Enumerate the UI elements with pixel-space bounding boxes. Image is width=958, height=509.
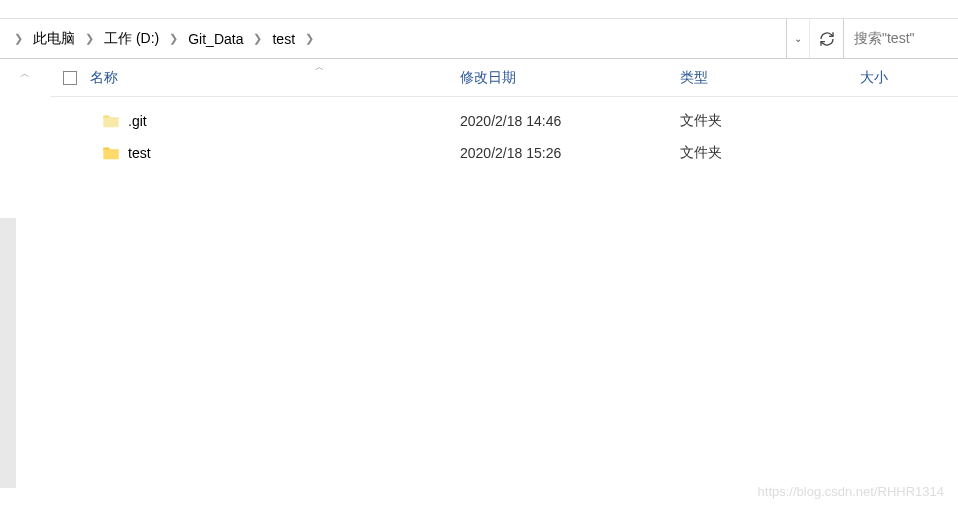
file-type: 文件夹 xyxy=(680,144,860,162)
refresh-icon xyxy=(819,31,835,47)
chevron-down-icon: ⌄ xyxy=(794,33,802,44)
file-name-cell[interactable]: test xyxy=(90,145,460,161)
file-name-cell[interactable]: .git xyxy=(90,113,460,129)
watermark: https://blog.csdn.net/RHHR1314 xyxy=(758,484,944,499)
chevron-right-icon[interactable]: ❯ xyxy=(247,32,268,45)
column-label: 类型 xyxy=(680,69,708,85)
file-row[interactable]: test2020/2/18 15:26文件夹 xyxy=(50,137,958,169)
chevron-right-icon[interactable]: ❯ xyxy=(8,32,29,45)
nav-scrollbar[interactable] xyxy=(0,218,16,488)
breadcrumb-item[interactable]: 此电脑 xyxy=(29,28,79,50)
file-date: 2020/2/18 14:46 xyxy=(460,113,680,129)
breadcrumb[interactable]: ❯ 此电脑 ❯ 工作 (D:) ❯ Git_Data ❯ test ❯ xyxy=(0,19,786,58)
chevron-right-icon[interactable]: ❯ xyxy=(299,32,320,45)
column-header-name[interactable]: 名称 xyxy=(90,69,460,87)
folder-icon xyxy=(102,114,120,128)
chevron-right-icon[interactable]: ❯ xyxy=(79,32,100,45)
file-list: .git2020/2/18 14:46文件夹test2020/2/18 15:2… xyxy=(50,97,958,169)
address-controls: ⌄ xyxy=(786,19,843,58)
breadcrumb-item[interactable]: 工作 (D:) xyxy=(100,28,163,50)
content-area: ︿ 名称 ︿ 修改日期 类型 大小 .git2020/2/18 14:46文件夹… xyxy=(0,59,958,508)
file-name: .git xyxy=(128,113,147,129)
nav-panel: ︿ xyxy=(0,59,50,508)
file-row[interactable]: .git2020/2/18 14:46文件夹 xyxy=(50,105,958,137)
file-type: 文件夹 xyxy=(680,112,860,130)
sort-indicator-icon: ︿ xyxy=(315,61,324,74)
file-name: test xyxy=(128,145,151,161)
history-dropdown-button[interactable]: ⌄ xyxy=(787,19,809,58)
file-date: 2020/2/18 15:26 xyxy=(460,145,680,161)
column-header-size[interactable]: 大小 xyxy=(860,69,940,87)
search-placeholder: 搜索"test" xyxy=(854,30,915,48)
breadcrumb-item[interactable]: Git_Data xyxy=(184,29,247,49)
search-input[interactable]: 搜索"test" xyxy=(843,19,958,58)
breadcrumb-item[interactable]: test xyxy=(268,29,299,49)
column-header-date[interactable]: 修改日期 xyxy=(460,69,680,87)
chevron-right-icon[interactable]: ❯ xyxy=(163,32,184,45)
folder-icon xyxy=(102,146,120,160)
file-list-panel: 名称 ︿ 修改日期 类型 大小 .git2020/2/18 14:46文件夹te… xyxy=(50,59,958,508)
ribbon-remnant xyxy=(0,0,958,18)
column-label: 名称 xyxy=(90,69,118,87)
column-label: 修改日期 xyxy=(460,69,516,85)
nav-scroll-up[interactable]: ︿ xyxy=(0,59,50,89)
select-all-col[interactable] xyxy=(50,71,90,85)
chevron-up-icon: ︿ xyxy=(20,67,30,81)
column-headers: 名称 ︿ 修改日期 类型 大小 xyxy=(50,59,958,97)
refresh-button[interactable] xyxy=(809,19,843,58)
address-bar: ❯ 此电脑 ❯ 工作 (D:) ❯ Git_Data ❯ test ❯ ⌄ 搜索… xyxy=(0,19,958,59)
column-header-type[interactable]: 类型 xyxy=(680,69,860,87)
column-label: 大小 xyxy=(860,69,888,85)
select-all-checkbox[interactable] xyxy=(63,71,77,85)
